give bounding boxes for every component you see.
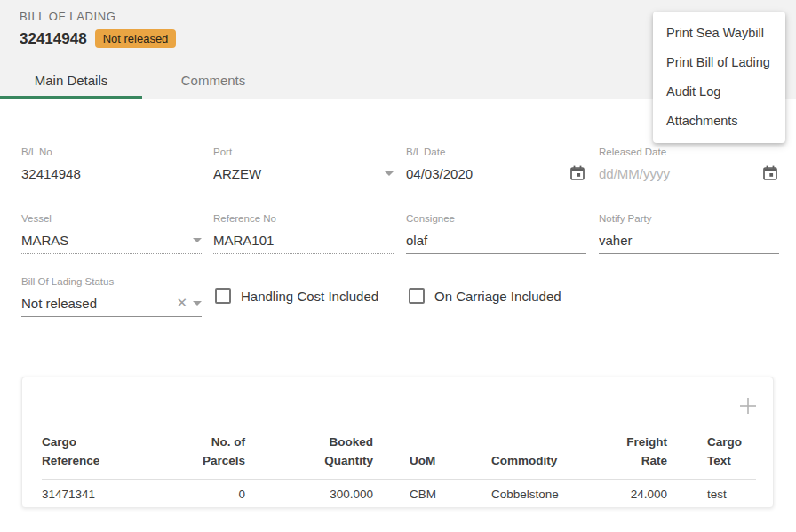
column-header: Commodity [491, 433, 601, 480]
reference-no-input[interactable] [213, 233, 394, 248]
actions-dropdown-menu: Print Sea Waybill Print Bill of Lading A… [653, 12, 785, 143]
menu-item-print-sea-waybill[interactable]: Print Sea Waybill [653, 19, 785, 48]
port-select[interactable] [213, 166, 379, 181]
bl-no-input[interactable] [21, 166, 202, 181]
consignee-input[interactable] [406, 233, 586, 248]
notify-party-label: Notify Party [599, 213, 779, 226]
document-number-row: 32414948 Not released [20, 29, 176, 48]
calendar-icon[interactable] [569, 164, 586, 182]
document-number: 32414948 [20, 30, 87, 48]
bl-status-label: Bill Of Lading Status [21, 276, 202, 290]
on-carriage-label: On Carriage Included [434, 289, 561, 304]
bl-date-label: B/L Date [406, 147, 586, 160]
menu-item-audit-log[interactable]: Audit Log [653, 77, 785, 107]
cargo-table-body: 314713410300.000CBMCobbelstone24.000test [42, 480, 756, 509]
menu-item-print-bill-of-lading[interactable]: Print Bill of Lading [653, 48, 785, 77]
vessel-label: Vessel [21, 213, 202, 226]
reference-no-field: Reference No [213, 213, 394, 254]
chevron-down-icon[interactable] [385, 171, 394, 176]
bl-status-field: Bill Of Lading Status ✕ [21, 276, 202, 317]
handling-cost-checkbox-row[interactable]: Handling Cost Included [215, 288, 378, 304]
released-date-field: Released Date [599, 147, 779, 187]
on-carriage-checkbox[interactable] [409, 288, 425, 304]
handling-cost-label: Handling Cost Included [241, 289, 378, 304]
port-label: Port [213, 147, 394, 160]
released-date-input[interactable] [599, 166, 758, 181]
bl-no-label: B/L No [21, 147, 202, 160]
add-cargo-button[interactable] [737, 395, 759, 417]
bill-of-lading-page: BILL OF LADING 32414948 Not released Mai… [0, 0, 796, 532]
bl-status-select[interactable] [21, 296, 172, 311]
table-row[interactable]: 314713410300.000CBMCobbelstone24.000test [42, 480, 756, 509]
notify-party-input[interactable] [599, 233, 779, 248]
cargo-table-header-row: Cargo ReferenceNo. of ParcelsBooked Quan… [42, 433, 756, 480]
vessel-field: Vessel [21, 213, 202, 254]
calendar-icon[interactable] [761, 164, 779, 182]
consignee-label: Consignee [406, 213, 586, 226]
consignee-field: Consignee [406, 213, 586, 254]
notify-party-field: Notify Party [599, 213, 779, 254]
menu-item-attachments[interactable]: Attachments [653, 107, 785, 136]
table-cell: test [667, 480, 756, 509]
table-cell: CBM [373, 480, 491, 509]
handling-cost-checkbox[interactable] [215, 288, 231, 304]
chevron-down-icon[interactable] [193, 238, 202, 242]
released-date-label: Released Date [599, 147, 779, 160]
bl-date-input[interactable] [406, 166, 565, 181]
table-cell: 0 [175, 480, 245, 509]
table-cell: 24.000 [601, 480, 667, 509]
status-badge: Not released [95, 29, 177, 48]
column-header: No. of Parcels [175, 433, 245, 480]
cargo-card: Cargo ReferenceNo. of ParcelsBooked Quan… [21, 377, 774, 508]
bl-date-field: B/L Date [406, 147, 586, 187]
tab-main-details[interactable]: Main Details [0, 61, 142, 99]
section-divider [21, 353, 775, 353]
bl-no-field: B/L No [21, 147, 202, 187]
column-header: Booked Quantity [245, 433, 373, 480]
column-header: Cargo Reference [42, 433, 175, 480]
on-carriage-checkbox-row[interactable]: On Carriage Included [409, 288, 561, 304]
page-title: BILL OF LADING [20, 10, 115, 23]
vessel-select[interactable] [21, 233, 187, 248]
column-header: Freight Rate [601, 433, 667, 480]
table-cell: 31471341 [42, 480, 175, 509]
port-field: Port [213, 147, 394, 187]
column-header: Cargo Text [667, 433, 756, 480]
clear-icon[interactable]: ✕ [176, 295, 187, 311]
tab-comments[interactable]: Comments [142, 61, 284, 99]
chevron-down-icon[interactable] [193, 301, 202, 306]
reference-no-label: Reference No [213, 213, 394, 226]
table-cell: Cobbelstone [491, 480, 601, 509]
table-cell: 300.000 [245, 480, 373, 509]
column-header: UoM [373, 433, 491, 480]
cargo-table: Cargo ReferenceNo. of ParcelsBooked Quan… [42, 433, 756, 508]
